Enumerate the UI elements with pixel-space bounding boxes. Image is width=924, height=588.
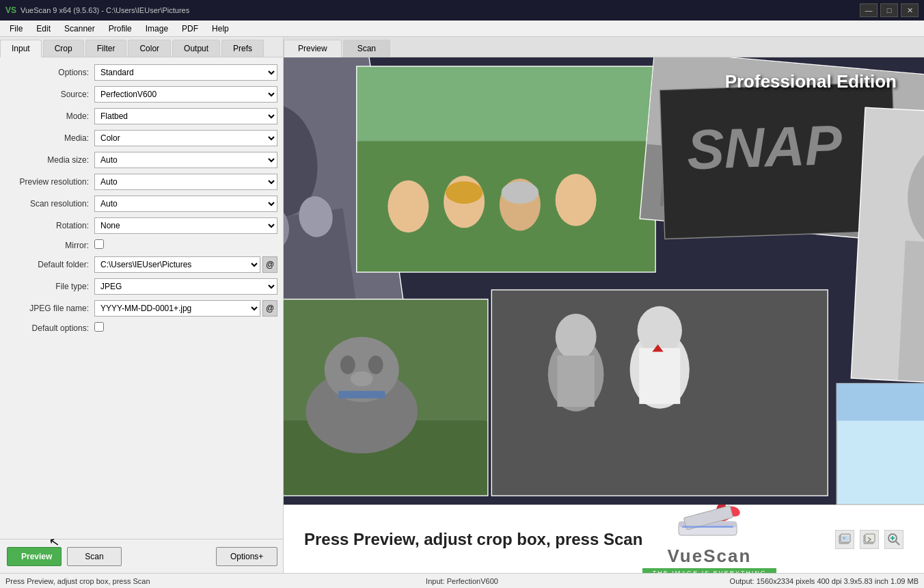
svg-text:SNAP: SNAP [686, 113, 844, 181]
default-folder-select[interactable]: C:\Users\IEUser\Pictures [94, 256, 260, 273]
media-size-control: Auto Letter A4 [94, 152, 277, 168]
options-control: Standard Professional Simple [94, 64, 277, 81]
jpeg-filename-row: JPEG file name: YYYY-MM-DD-0001+.jpg @ [5, 300, 277, 317]
svg-rect-40 [557, 356, 595, 407]
jpeg-filename-select[interactable]: YYYY-MM-DD-0001+.jpg [94, 300, 260, 317]
jpeg-filename-control: YYYY-MM-DD-0001+.jpg @ [94, 300, 277, 317]
source-row: Source: PerfectionV600 Flatbed [5, 86, 277, 103]
svg-line-64 [896, 542, 899, 545]
title-bar-title: VueScan 9 x64 (9.5.63) - C:\Users\IEUser… [21, 6, 189, 14]
source-select[interactable]: PerfectionV600 Flatbed [94, 86, 277, 103]
tab-output[interactable]: Output [172, 40, 220, 57]
default-folder-at-btn[interactable]: @ [262, 256, 277, 273]
title-bar: VS VueScan 9 x64 (9.5.63) - C:\Users\IEU… [0, 0, 924, 21]
media-select[interactable]: Color Gray B&W [94, 130, 277, 146]
mirror-checkbox[interactable] [94, 239, 104, 249]
mode-label: Mode: [5, 111, 94, 121]
svg-point-31 [368, 356, 383, 374]
options-label: Options: [5, 68, 94, 77]
preview-res-label: Preview resolution: [5, 177, 94, 187]
mirror-control [94, 239, 277, 251]
media-label: Media: [5, 133, 94, 143]
preview-content: Professional Edition [284, 57, 924, 573]
mode-select[interactable]: Flatbed Transparency Negative [94, 108, 277, 124]
title-bar-left: VS VueScan 9 x64 (9.5.63) - C:\Users\IEU… [5, 5, 189, 15]
preview-tab-preview[interactable]: Preview [284, 40, 342, 57]
menu-bar: File Edit Scanner Profile Image PDF Help [0, 21, 924, 37]
bottom-action-icons [835, 530, 903, 549]
svg-rect-8 [357, 67, 655, 142]
svg-point-37 [556, 314, 597, 360]
menu-help[interactable]: Help [205, 21, 236, 36]
tab-filter[interactable]: Filter [85, 40, 127, 57]
tab-crop[interactable]: Crop [43, 40, 84, 57]
svg-point-30 [340, 356, 355, 374]
refresh-icon[interactable] [860, 530, 879, 549]
jpeg-filename-at-btn[interactable]: @ [262, 300, 277, 317]
preview-bottom: Press Preview, adjust crop box, press Sc… [284, 505, 924, 573]
zoom-icon[interactable] [884, 530, 903, 549]
zoom-plus-icon [887, 533, 901, 546]
preview-res-select[interactable]: Auto 75 150 300 [94, 174, 277, 190]
maximize-button[interactable]: □ [880, 3, 898, 17]
preview-button[interactable]: Preview [7, 547, 62, 566]
media-size-select[interactable]: Auto Letter A4 [94, 152, 277, 168]
mirror-label: Mirror: [5, 241, 94, 250]
svg-point-14 [446, 181, 483, 204]
photo-stack-icon [838, 533, 852, 546]
file-type-row: File type: JPEG TIFF PDF PNG [5, 278, 277, 295]
photos-icon[interactable] [835, 530, 854, 549]
splash-area: Professional Edition [284, 57, 924, 505]
menu-image[interactable]: Image [139, 21, 175, 36]
menu-edit[interactable]: Edit [29, 21, 57, 36]
status-left: Press Preview, adjust crop box, press Sc… [5, 577, 310, 585]
options-button[interactable]: Options+ [216, 547, 277, 566]
svg-rect-33 [338, 391, 385, 399]
media-row: Media: Color Gray B&W [5, 130, 277, 146]
scan-res-select[interactable]: Auto 300 600 1200 [94, 196, 277, 212]
rotation-select[interactable]: None 90 CW 90 CCW 180 [94, 217, 277, 234]
svg-rect-41 [639, 348, 680, 404]
default-options-control [94, 322, 277, 334]
options-select[interactable]: Standard Professional Simple [94, 64, 277, 81]
svg-point-32 [351, 371, 373, 386]
menu-file[interactable]: File [3, 21, 29, 36]
tab-color[interactable]: Color [128, 40, 171, 57]
rotation-control: None 90 CW 90 CCW 180 [94, 217, 277, 234]
preview-res-control: Auto 75 150 300 [94, 174, 277, 190]
main-layout: Input Crop Filter Color Output Prefs Opt… [0, 37, 924, 573]
media-size-row: Media size: Auto Letter A4 [5, 152, 277, 168]
tab-prefs[interactable]: Prefs [221, 40, 264, 57]
svg-point-10 [388, 181, 429, 232]
svg-point-60 [843, 537, 845, 539]
preview-tab-bar: Preview Scan [284, 37, 924, 57]
file-type-select[interactable]: JPEG TIFF PDF PNG [94, 278, 277, 295]
scan-res-label: Scan resolution: [5, 199, 94, 209]
default-options-row: Default options: [5, 322, 277, 334]
mode-control: Flatbed Transparency Negative [94, 108, 277, 124]
svg-rect-48 [837, 384, 924, 421]
scan-button[interactable]: Scan [67, 547, 122, 566]
file-type-label: File type: [5, 282, 94, 291]
options-row: Options: Standard Professional Simple [5, 64, 277, 81]
default-options-checkbox[interactable] [94, 322, 104, 332]
tab-bar: Input Crop Filter Color Output Prefs [0, 37, 283, 57]
preview-collage-svg: SNAP [284, 57, 924, 505]
close-button[interactable]: ✕ [901, 3, 919, 17]
form-area: Options: Standard Professional Simple So… [0, 57, 283, 539]
menu-pdf[interactable]: PDF [175, 21, 205, 36]
default-folder-control: C:\Users\IEUser\Pictures @ [94, 256, 277, 273]
minimize-button[interactable]: — [860, 3, 878, 17]
source-label: Source: [5, 90, 94, 99]
app-icon: VS [5, 5, 16, 15]
preview-res-row: Preview resolution: Auto 75 150 300 [5, 174, 277, 190]
menu-profile[interactable]: Profile [102, 21, 139, 36]
preview-tab-scan[interactable]: Scan [343, 40, 390, 57]
right-panel: Preview Scan Professional Edition [284, 37, 924, 573]
status-bar: Press Preview, adjust crop box, press Sc… [0, 573, 924, 588]
menu-scanner[interactable]: Scanner [57, 21, 102, 36]
media-size-label: Media size: [5, 155, 94, 165]
rotation-row: Rotation: None 90 CW 90 CCW 180 [5, 217, 277, 234]
tab-input[interactable]: Input [0, 40, 42, 57]
vuescan-logo-text: VueScan [667, 546, 751, 567]
